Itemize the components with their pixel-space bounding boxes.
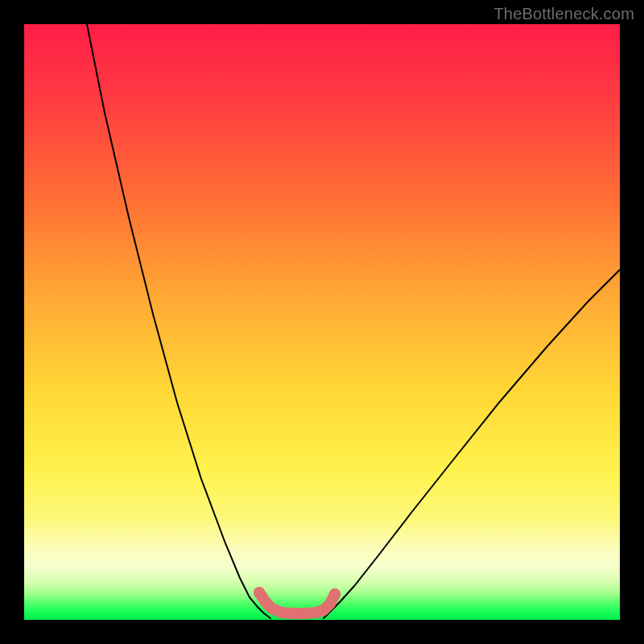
bracket-endcap-left (254, 587, 265, 598)
curve-layer (24, 24, 620, 620)
bracket-endcap-right (329, 588, 341, 600)
plot-area (24, 24, 620, 620)
chart-frame: TheBottleneck.com (0, 0, 644, 644)
curve-right-branch (324, 270, 620, 618)
bottom-bracket (259, 592, 335, 613)
curve-left-branch (87, 24, 270, 618)
watermark-text: TheBottleneck.com (493, 5, 634, 23)
